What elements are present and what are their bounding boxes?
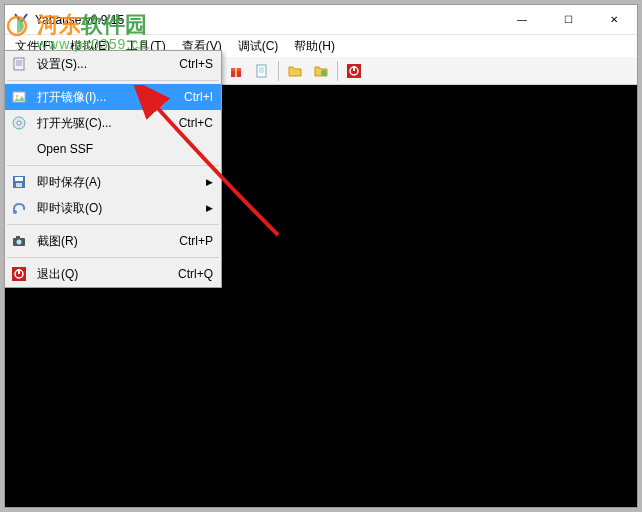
gift-icon[interactable]: [224, 59, 248, 83]
image-icon: [9, 87, 29, 107]
folder-icon[interactable]: [283, 59, 307, 83]
menu-item-label: 即时读取(O): [37, 200, 202, 217]
menu-open-image[interactable]: 打开镜像(I)... Ctrl+I: [5, 84, 221, 110]
menu-item-label: 打开镜像(I)...: [37, 89, 184, 106]
save-icon: [9, 172, 29, 192]
close-button[interactable]: ✕: [591, 5, 637, 35]
svg-point-26: [17, 121, 21, 125]
submenu-arrow-icon: ▶: [206, 177, 213, 187]
maximize-button[interactable]: ☐: [545, 5, 591, 35]
menu-separator: [7, 165, 219, 166]
menu-settings[interactable]: 设置(S)... Ctrl+S: [5, 51, 221, 77]
svg-point-18: [321, 70, 327, 76]
camera-icon: [9, 231, 29, 251]
menu-item-shortcut: Ctrl+Q: [178, 267, 213, 281]
menu-item-label: 截图(R): [37, 233, 179, 250]
menu-open-cd[interactable]: 打开光驱(C)... Ctrl+C: [5, 110, 221, 136]
blank-icon: [9, 139, 29, 159]
svg-point-32: [17, 240, 22, 245]
window-controls: — ☐ ✕: [499, 5, 637, 35]
menu-item-shortcut: Ctrl+C: [179, 116, 213, 130]
menu-item-label: 退出(Q): [37, 266, 178, 283]
menu-separator: [7, 257, 219, 258]
menu-separator: [7, 80, 219, 81]
toolbar-separator: [337, 61, 338, 81]
page-icon[interactable]: [250, 59, 274, 83]
menu-item-shortcut: Ctrl+S: [179, 57, 213, 71]
menu-item-shortcut: Ctrl+I: [184, 90, 213, 104]
svg-rect-22: [14, 58, 24, 70]
app-icon: [13, 12, 29, 28]
cd-icon: [9, 113, 29, 133]
titlebar: Yabause v0.9.15 — ☐ ✕: [5, 5, 637, 35]
svg-rect-21: [353, 66, 355, 71]
svg-rect-16: [235, 68, 237, 77]
menu-item-label: 即时保存(A): [37, 174, 202, 191]
svg-rect-33: [16, 236, 20, 238]
menu-help[interactable]: 帮助(H): [286, 36, 343, 57]
power-icon: [9, 264, 29, 284]
menu-debug[interactable]: 调试(C): [230, 36, 287, 57]
svg-point-24: [16, 95, 19, 98]
load-icon: [9, 198, 29, 218]
menu-save-state[interactable]: 即时保存(A) ▶: [5, 169, 221, 195]
power-icon[interactable]: [342, 59, 366, 83]
menu-separator: [7, 224, 219, 225]
toolbar-separator: [278, 61, 279, 81]
svg-rect-28: [15, 177, 23, 181]
minimize-button[interactable]: —: [499, 5, 545, 35]
menu-quit[interactable]: 退出(Q) Ctrl+Q: [5, 261, 221, 287]
folder2-icon[interactable]: [309, 59, 333, 83]
menu-open-ssf[interactable]: Open SSF: [5, 136, 221, 162]
menu-item-shortcut: Ctrl+P: [179, 234, 213, 248]
settings-icon: [9, 54, 29, 74]
menu-item-label: 设置(S)...: [37, 56, 179, 73]
submenu-arrow-icon: ▶: [206, 203, 213, 213]
svg-rect-36: [18, 269, 20, 274]
window-title: Yabause v0.9.15: [35, 13, 499, 27]
svg-point-30: [13, 210, 17, 214]
menu-screenshot[interactable]: 截图(R) Ctrl+P: [5, 228, 221, 254]
menu-load-state[interactable]: 即时读取(O) ▶: [5, 195, 221, 221]
svg-rect-29: [16, 183, 22, 187]
menu-item-label: 打开光驱(C)...: [37, 115, 179, 132]
file-menu-dropdown: 设置(S)... Ctrl+S 打开镜像(I)... Ctrl+I 打开光驱(C…: [4, 50, 222, 288]
svg-rect-17: [257, 65, 266, 77]
menu-item-label: Open SSF: [37, 142, 213, 156]
